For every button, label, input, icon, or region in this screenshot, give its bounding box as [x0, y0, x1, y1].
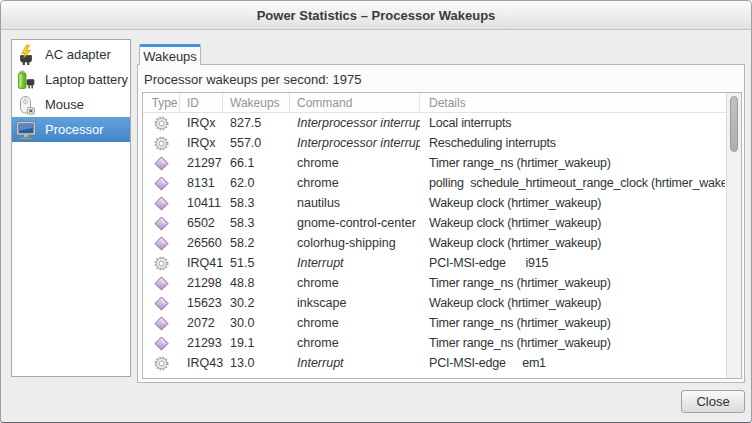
vertical-scrollbar[interactable] — [726, 93, 741, 378]
row-id: IRQ41 — [180, 256, 223, 270]
process-diamond-icon — [154, 236, 169, 251]
column-header-command[interactable]: Command — [290, 93, 420, 112]
row-details: Rescheduling interrupts — [420, 136, 725, 150]
process-diamond-icon — [154, 216, 169, 231]
table-row[interactable]: 2129848.8chromeTimer range_ns (hrtimer_w… — [143, 273, 725, 293]
table-row[interactable]: 1041158.3nautilusWakeup clock (hrtimer_w… — [143, 193, 725, 213]
close-button[interactable]: Close — [681, 390, 745, 413]
table-row[interactable]: 2129319.1chromeTimer range_ns (hrtimer_w… — [143, 333, 725, 353]
row-command: Interprocessor interrupt — [290, 136, 420, 150]
table-row[interactable]: 813162.0chromepolling schedule_hrtimeout… — [143, 173, 725, 193]
table-row[interactable]: IRQ4151.5InterruptPCI-MSI-edge i915 — [143, 253, 725, 273]
power-statistics-window: Power Statistics – Processor Wakeups AC … — [0, 0, 752, 423]
row-command: Interrupt — [290, 356, 420, 370]
process-diamond-icon — [154, 296, 169, 311]
row-wakeups: 557.0 — [223, 136, 290, 150]
row-id: IRQ43 — [180, 356, 223, 370]
row-command: chrome — [290, 156, 420, 170]
window-titlebar[interactable]: Power Statistics – Processor Wakeups — [1, 1, 751, 30]
sidebar-item-label: Mouse — [45, 97, 84, 112]
row-command: Interprocessor interrupt — [290, 116, 420, 130]
row-command: Interrupt — [290, 256, 420, 270]
table-row[interactable]: 2656058.2colorhug-shippingWakeup clock (… — [143, 233, 725, 253]
row-details: Wakeup clock (hrtimer_wakeup) — [420, 236, 725, 250]
sidebar-item-mouse[interactable]: Mouse — [12, 92, 130, 117]
row-type — [143, 336, 180, 351]
process-diamond-icon — [154, 276, 169, 291]
row-type — [143, 256, 180, 271]
table-row[interactable]: IRQx557.0Interprocessor interruptResched… — [143, 133, 725, 153]
row-id: 8131 — [180, 176, 223, 190]
row-details: polling schedule_hrtimeout_range_clock (… — [420, 176, 725, 190]
window-title: Power Statistics – Processor Wakeups — [257, 8, 496, 23]
row-type — [143, 156, 180, 171]
row-details: Wakeup clock (hrtimer_wakeup) — [420, 216, 725, 230]
row-wakeups: 62.0 — [223, 176, 290, 190]
row-id: 6502 — [180, 216, 223, 230]
row-details: Timer range_ns (hrtimer_wakeup) — [420, 316, 725, 330]
scrollbar-thumb[interactable] — [730, 96, 738, 152]
row-wakeups: 30.2 — [223, 296, 290, 310]
row-details: Timer range_ns (hrtimer_wakeup) — [420, 336, 725, 350]
row-id: 21298 — [180, 276, 223, 290]
column-header-details[interactable]: Details — [420, 93, 741, 112]
table-row[interactable]: IRQx827.5Interprocessor interruptLocal i… — [143, 113, 725, 133]
sidebar-item-label: AC adapter — [45, 47, 111, 62]
row-type — [143, 216, 180, 231]
process-diamond-icon — [154, 336, 169, 351]
row-command: gnome-control-center — [290, 216, 420, 230]
row-wakeups: 30.0 — [223, 316, 290, 330]
process-diamond-icon — [154, 176, 169, 191]
row-id: 21293 — [180, 336, 223, 350]
row-wakeups: 66.1 — [223, 156, 290, 170]
row-wakeups: 58.2 — [223, 236, 290, 250]
sidebar-item-laptop-battery[interactable]: Laptop battery — [12, 67, 130, 92]
interrupt-gear-icon — [154, 136, 169, 151]
device-list: AC adapter Laptop battery Mouse Processo… — [11, 39, 131, 377]
row-details: PCI-MSI-edge em1 — [420, 356, 725, 370]
row-type — [143, 296, 180, 311]
table-header: Type ID Wakeups Command Details — [143, 93, 741, 113]
column-header-id[interactable]: ID — [180, 93, 223, 112]
row-details: Wakeup clock (hrtimer_wakeup) — [420, 296, 725, 310]
interrupt-gear-icon — [154, 116, 169, 131]
row-command: chrome — [290, 176, 420, 190]
row-type — [143, 176, 180, 191]
table-row[interactable]: IRQ4313.0InterruptPCI-MSI-edge em1 — [143, 353, 725, 373]
tab-wakeups[interactable]: Wakeups — [139, 44, 201, 65]
row-wakeups: 58.3 — [223, 216, 290, 230]
table-row[interactable]: 1562330.2inkscapeWakeup clock (hrtimer_w… — [143, 293, 725, 313]
process-diamond-icon — [154, 316, 169, 331]
row-command: chrome — [290, 336, 420, 350]
wakeups-table: Type ID Wakeups Command Details IRQx827.… — [142, 92, 742, 379]
column-header-wakeups[interactable]: Wakeups — [223, 93, 290, 112]
table-row[interactable]: 650258.3gnome-control-centerWakeup clock… — [143, 213, 725, 233]
row-type — [143, 356, 180, 371]
row-command: nautilus — [290, 196, 420, 210]
row-wakeups: 19.1 — [223, 336, 290, 350]
row-id: 2072 — [180, 316, 223, 330]
row-details: Timer range_ns (hrtimer_wakeup) — [420, 156, 725, 170]
sidebar-item-ac-adapter[interactable]: AC adapter — [12, 42, 130, 67]
processor-icon — [15, 119, 37, 141]
row-id: 15623 — [180, 296, 223, 310]
sidebar-item-processor[interactable]: Processor — [12, 117, 130, 142]
row-details: Local interrupts — [420, 116, 725, 130]
row-details: Wakeup clock (hrtimer_wakeup) — [420, 196, 725, 210]
column-header-type[interactable]: Type — [143, 93, 180, 112]
mouse-icon — [15, 94, 37, 116]
sidebar-item-label: Laptop battery — [45, 72, 128, 87]
tab-wakeups-label: Wakeups — [143, 49, 197, 64]
row-wakeups: 51.5 — [223, 256, 290, 270]
interrupt-gear-icon — [154, 256, 169, 271]
row-id: 26560 — [180, 236, 223, 250]
row-wakeups: 48.8 — [223, 276, 290, 290]
sidebar-item-label: Processor — [45, 122, 104, 137]
table-row[interactable]: 207230.0chromeTimer range_ns (hrtimer_wa… — [143, 313, 725, 333]
row-wakeups: 13.0 — [223, 356, 290, 370]
table-row[interactable]: 2129766.1chromeTimer range_ns (hrtimer_w… — [143, 153, 725, 173]
row-command: inkscape — [290, 296, 420, 310]
ac-adapter-icon — [15, 44, 37, 66]
close-button-label: Close — [696, 394, 729, 409]
row-id: 21297 — [180, 156, 223, 170]
